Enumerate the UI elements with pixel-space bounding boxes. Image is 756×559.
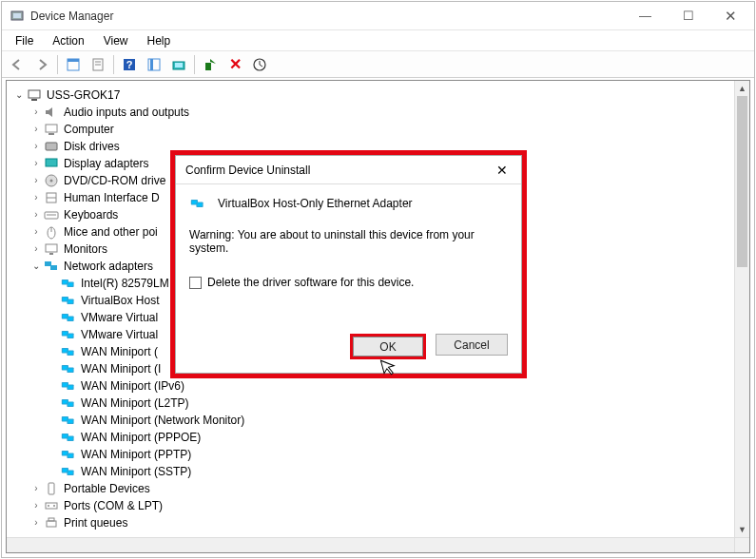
tree-category-printer[interactable]: ›Print queues xyxy=(12,514,749,531)
tree-category-mouse-icon xyxy=(43,224,60,240)
svg-rect-66 xyxy=(63,417,68,420)
tree-item-network-adapter[interactable]: WAN Miniport (PPPOE) xyxy=(12,429,749,446)
properties-button[interactable] xyxy=(87,54,109,75)
svg-rect-40 xyxy=(68,300,73,303)
menu-view[interactable]: View xyxy=(94,32,138,49)
dialog-body: VirtualBox Host-Only Ethernet Adapter Wa… xyxy=(176,184,521,334)
svg-rect-9 xyxy=(148,59,160,70)
checkbox[interactable] xyxy=(189,277,202,289)
close-button[interactable]: ✕ xyxy=(709,2,752,29)
svg-rect-60 xyxy=(68,386,73,389)
dialog-button-row: OK Cancel xyxy=(176,334,521,373)
tree-category-keyboard-icon xyxy=(43,207,60,222)
tree-item-network-adapter[interactable]: WAN Miniport (Network Monitor) xyxy=(12,412,749,429)
expand-chevron[interactable]: › xyxy=(29,104,43,121)
tree-item-label: VirtualBox Host xyxy=(79,292,159,309)
expand-chevron[interactable]: ⌄ xyxy=(12,87,26,104)
expand-chevron[interactable]: › xyxy=(29,497,43,514)
maximize-button[interactable]: ☐ xyxy=(667,2,709,29)
horizontal-scrollbar[interactable] xyxy=(7,537,734,552)
svg-rect-3 xyxy=(68,59,79,62)
titlebar: Device Manager — ☐ ✕ xyxy=(2,2,754,30)
svg-rect-38 xyxy=(63,298,68,300)
menubar: File Action View Help xyxy=(2,30,754,51)
expand-chevron[interactable]: › xyxy=(29,189,43,206)
expand-chevron[interactable]: › xyxy=(29,138,43,155)
svg-rect-62 xyxy=(63,400,68,403)
svg-rect-81 xyxy=(48,483,54,494)
tree-category-disk-icon xyxy=(43,139,60,154)
tree-category-network-icon xyxy=(43,259,60,274)
ok-button[interactable]: OK xyxy=(353,337,423,357)
tree-item-label: Computer xyxy=(62,121,114,138)
expand-chevron[interactable]: › xyxy=(29,121,43,138)
app-icon xyxy=(10,9,25,24)
svg-rect-15 xyxy=(29,90,40,98)
tree-item-network-adapter[interactable]: WAN Miniport (SSTP) xyxy=(12,463,749,480)
expand-chevron[interactable]: › xyxy=(29,172,43,189)
tree-root[interactable]: ⌄USS-GROK17 xyxy=(12,87,749,104)
back-button[interactable] xyxy=(6,54,29,75)
menu-action[interactable]: Action xyxy=(43,32,93,49)
vertical-scrollbar[interactable]: ▲ ▼ xyxy=(734,81,749,537)
tree-item-network-adapter[interactable]: WAN Miniport (L2TP) xyxy=(12,395,749,412)
tree-item-label: VMware Virtual xyxy=(79,309,158,326)
tree-item-label: Intel(R) 82579LM xyxy=(79,275,169,292)
show-hide-tree-button[interactable] xyxy=(62,54,85,75)
menu-file[interactable]: File xyxy=(6,32,43,49)
svg-point-83 xyxy=(48,505,49,507)
tree-item-network-adapter-icon xyxy=(60,310,77,325)
cancel-button[interactable]: Cancel xyxy=(436,334,508,356)
enable-device-icon[interactable] xyxy=(199,54,222,75)
forward-button[interactable] xyxy=(30,54,53,75)
tree-category-display-icon xyxy=(43,156,60,171)
svg-rect-17 xyxy=(46,125,57,132)
tree-category-speaker[interactable]: ›Audio inputs and outputs xyxy=(12,104,749,121)
svg-rect-64 xyxy=(68,403,73,406)
tree-item-label: USS-GROK17 xyxy=(45,87,120,104)
svg-rect-42 xyxy=(63,315,68,318)
help-icon[interactable]: ? xyxy=(118,54,141,75)
expand-chevron[interactable]: › xyxy=(29,223,43,241)
expand-chevron[interactable]: › xyxy=(29,514,43,531)
expand-chevron[interactable]: › xyxy=(29,206,43,223)
update-driver-icon[interactable] xyxy=(167,54,190,75)
menu-help[interactable]: Help xyxy=(138,32,181,49)
svg-rect-85 xyxy=(47,521,56,527)
tree-item-label: WAN Miniport ( xyxy=(79,343,158,360)
scroll-down-arrow[interactable]: ▼ xyxy=(735,522,749,537)
tree-item-label: WAN Miniport (I xyxy=(79,360,161,377)
tree-item-network-adapter-icon xyxy=(60,464,77,479)
uninstall-device-icon[interactable]: ✕ xyxy=(223,54,246,75)
svg-rect-10 xyxy=(150,59,153,70)
minimize-button[interactable]: — xyxy=(624,2,667,29)
tree-category-portable[interactable]: ›Portable Devices xyxy=(12,480,749,497)
tree-item-network-adapter[interactable]: WAN Miniport (PPTP) xyxy=(12,446,749,463)
tree-item-network-adapter-icon xyxy=(60,344,77,359)
svg-rect-31 xyxy=(45,261,51,266)
tree-item-network-adapter[interactable]: WAN Miniport (IPv6) xyxy=(12,377,749,395)
tree-category-ports[interactable]: ›Ports (COM & LPT) xyxy=(12,497,749,514)
expand-chevron[interactable]: ⌄ xyxy=(29,258,43,275)
delete-driver-checkbox-row[interactable]: Delete the driver software for this devi… xyxy=(189,276,508,289)
window-title: Device Manager xyxy=(30,10,624,23)
scan-hardware-icon[interactable] xyxy=(143,54,165,75)
scan-changes-icon[interactable] xyxy=(248,54,271,75)
expand-chevron[interactable]: › xyxy=(29,480,43,497)
dialog-warning-text: Warning: You are about to uninstall this… xyxy=(189,228,508,255)
expand-chevron[interactable]: › xyxy=(29,241,43,258)
svg-rect-52 xyxy=(68,352,73,355)
tree-item-label: Monitors xyxy=(62,241,107,258)
tree-item-network-adapter-icon xyxy=(60,276,77,291)
expand-chevron[interactable]: › xyxy=(29,155,43,172)
tree-category-computer[interactable]: ›Computer xyxy=(12,121,749,138)
tree-category-printer-icon xyxy=(43,515,60,530)
scroll-up-arrow[interactable]: ▲ xyxy=(735,81,749,96)
tree-category-portable-icon xyxy=(43,481,60,496)
dialog-close-button[interactable]: ✕ xyxy=(489,163,515,178)
scrollbar-thumb[interactable] xyxy=(737,96,747,267)
tree-item-label: WAN Miniport (PPTP) xyxy=(79,446,191,463)
tree-item-label: DVD/CD-ROM drive xyxy=(62,172,165,189)
svg-rect-56 xyxy=(68,369,73,372)
tree-item-label: VMware Virtual xyxy=(79,326,158,343)
